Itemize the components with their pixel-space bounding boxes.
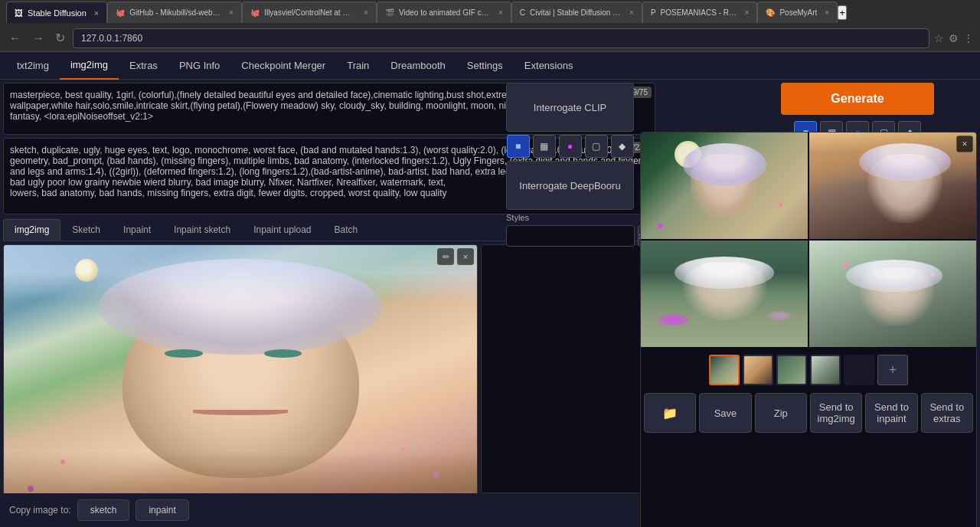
tab-label: POSEMANIACS - Royalty free 3...	[661, 8, 737, 17]
tab-stable-diffusion[interactable]: 🖼 Stable Diffusion ×	[6, 2, 107, 23]
generate-area-wrapper	[658, 77, 792, 83]
menu-icon[interactable]: ⋮	[963, 32, 974, 44]
browser-icons: ☆ ⚙ ⋮	[934, 32, 974, 44]
nav-dreambooth[interactable]: Dreambooth	[380, 52, 456, 80]
image-upload-area[interactable]: ✏ ×	[3, 244, 478, 493]
gallery-panel: ×	[640, 132, 977, 527]
nav-img2img[interactable]: img2img	[60, 52, 119, 80]
gallery-image-2	[641, 241, 808, 347]
style-icon-4[interactable]: ◆	[611, 135, 634, 158]
tab-controlnet[interactable]: 🐙 Illyasviel/ControlNet at main ×	[242, 2, 377, 23]
add-thumbnail-button[interactable]: +	[877, 355, 908, 385]
tab-close-0[interactable]: ×	[94, 8, 99, 18]
send-extras-button[interactable]: Send to extras	[921, 393, 973, 433]
forward-button[interactable]: →	[29, 28, 47, 48]
clear-image-button[interactable]: ×	[457, 248, 474, 265]
address-bar: ← → ↻ ☆ ⚙ ⋮	[0, 25, 980, 52]
generation-area	[481, 244, 655, 493]
tab-label: PoseMyArt	[779, 8, 817, 17]
tab-github[interactable]: 🐙 GitHub - Mikubill/sd-webui-co... ×	[107, 2, 242, 23]
thumbnail-0[interactable]	[709, 355, 740, 385]
tab-icon: 🐙	[250, 8, 260, 17]
tab-label: GitHub - Mikubill/sd-webui-co...	[129, 8, 221, 17]
generate-button[interactable]: Generate	[781, 83, 934, 115]
tab-label: Video to animated GIF converter	[399, 8, 491, 17]
nav-txt2img[interactable]: txt2img	[6, 52, 60, 80]
tab-icon: 🎨	[766, 8, 775, 17]
nav-train[interactable]: Train	[336, 52, 380, 80]
style-icon-1[interactable]: ▦	[533, 135, 556, 158]
thumbnail-3[interactable]	[810, 355, 841, 385]
style-icon-3[interactable]: ▢	[585, 135, 608, 158]
app-navbar: txt2img img2img Extras PNG Info Checkpoi…	[0, 52, 980, 80]
nav-extras[interactable]: Extras	[119, 52, 168, 80]
nav-settings[interactable]: Settings	[456, 52, 514, 80]
styles-label: Styles	[506, 213, 634, 222]
send-img2img-button[interactable]: Send to img2img	[810, 393, 862, 433]
copy-sketch-button[interactable]: sketch	[77, 499, 130, 521]
tab-close-6[interactable]: ×	[825, 8, 829, 17]
gallery-close-button[interactable]: ×	[956, 136, 973, 152]
thumbnail-2[interactable]	[776, 355, 807, 385]
tab-close-4[interactable]: ×	[629, 8, 634, 17]
tab-close-2[interactable]: ×	[364, 8, 368, 17]
styles-input[interactable]	[506, 225, 635, 247]
tab-posemyart[interactable]: 🎨 PoseMyArt ×	[757, 2, 838, 23]
right-sidebar: Interrogate CLIP ■ ▦ ● ▢ ◆ Interrogate D…	[503, 80, 637, 250]
reload-button[interactable]: ↻	[52, 28, 68, 48]
tab-icon: 🐙	[116, 8, 125, 17]
gallery-image-1	[809, 133, 976, 239]
style-icon-2[interactable]: ●	[559, 135, 582, 158]
new-tab-button[interactable]: +	[838, 5, 847, 20]
edit-image-button[interactable]: ✏	[437, 248, 454, 265]
gallery-image-0	[641, 133, 808, 239]
back-button[interactable]: ←	[6, 28, 24, 48]
tab-batch[interactable]: Batch	[323, 219, 370, 241]
copy-inpaint-button[interactable]: inpaint	[136, 499, 188, 521]
tab-close-5[interactable]: ×	[745, 8, 750, 17]
extension-icon[interactable]: ⚙	[949, 32, 959, 44]
send-inpaint-button[interactable]: Send to inpaint	[865, 393, 917, 433]
tab-img2img[interactable]: img2img	[3, 219, 60, 241]
thumbnail-1[interactable]	[743, 355, 773, 385]
thumbnail-4[interactable]	[844, 355, 874, 385]
tab-icon: C	[520, 8, 525, 17]
tab-label: Illyasviel/ControlNet at main	[264, 8, 356, 17]
style-icons-row: ■ ▦ ● ▢ ◆	[506, 135, 634, 158]
tab-icon: 🖼	[15, 8, 23, 18]
tab-gif[interactable]: 🎬 Video to animated GIF converter ×	[377, 2, 511, 23]
nav-extensions[interactable]: Extensions	[514, 52, 584, 80]
copy-label: Copy image to:	[9, 505, 71, 516]
save-button[interactable]: Save	[699, 393, 751, 433]
tab-sketch[interactable]: Sketch	[60, 219, 112, 241]
styles-section: Styles × ▾ 💾	[506, 213, 634, 247]
copy-row: Copy image to: sketch inpaint	[3, 496, 655, 524]
tab-label: Stable Diffusion	[28, 8, 87, 18]
browser-tabs-bar: 🖼 Stable Diffusion × 🐙 GitHub - Mikubill…	[0, 0, 980, 25]
address-input[interactable]	[73, 28, 929, 48]
nav-png-info[interactable]: PNG Info	[168, 52, 230, 80]
bottom-actions: 📁 Save Zip Send to img2img Send to inpai…	[641, 390, 976, 436]
tab-inpaint-upload[interactable]: Inpaint upload	[242, 219, 322, 241]
tab-civitai[interactable]: C Civitai | Stable Diffusion model... ×	[511, 2, 642, 23]
styles-input-row: × ▾ 💾	[506, 225, 634, 247]
nav-checkpoint-merger[interactable]: Checkpoint Merger	[230, 52, 336, 80]
tab-close-3[interactable]: ×	[498, 8, 503, 17]
interrogate-clip-button[interactable]: Interrogate CLIP	[506, 83, 634, 132]
folder-button[interactable]: 📁	[644, 393, 696, 433]
gallery-thumbnails: +	[641, 350, 976, 390]
uploaded-image	[4, 245, 477, 493]
tab-posemaniacs[interactable]: P POSEMANIACS - Royalty free 3... ×	[642, 2, 758, 23]
main-area: masterpiece, best quality, 1girl, (color…	[0, 80, 980, 527]
style-icon-0[interactable]: ■	[507, 135, 530, 158]
tab-icon: 🎬	[385, 8, 394, 17]
tab-close-1[interactable]: ×	[229, 8, 234, 17]
gallery-grid	[641, 133, 976, 347]
interrogate-deepbooru-button[interactable]: Interrogate DeepBooru	[506, 161, 634, 210]
tab-inpaint[interactable]: Inpaint	[112, 219, 162, 241]
bookmark-icon[interactable]: ☆	[934, 32, 944, 44]
tab-icon: P	[651, 8, 656, 17]
zip-button[interactable]: Zip	[755, 393, 807, 433]
tab-inpaint-sketch[interactable]: Inpaint sketch	[162, 219, 242, 241]
upload-controls: ✏ ×	[437, 248, 474, 265]
